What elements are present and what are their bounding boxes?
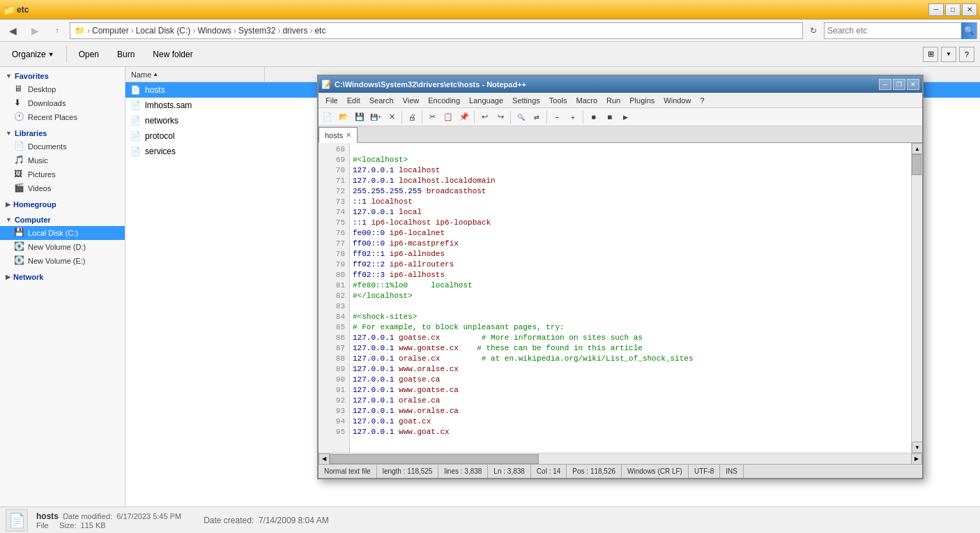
sidebar-item-music[interactable]: 🎵 Music	[0, 153, 125, 167]
search-button[interactable]: 🔍	[961, 22, 977, 39]
npp-save-btn[interactable]: 💾	[352, 110, 367, 125]
scroll-up-button[interactable]: ▲	[912, 143, 922, 154]
back-button[interactable]: ◀	[3, 22, 22, 39]
npp-replace-btn[interactable]: ⇄	[529, 110, 544, 125]
documents-icon: 📄	[14, 141, 25, 152]
network-section: ▶ Network	[0, 271, 125, 283]
menu-run[interactable]: Run	[602, 95, 625, 106]
sidebar-item-recent-places[interactable]: 🕐 Recent Places	[0, 110, 125, 124]
toolbar-separator	[66, 46, 67, 63]
scroll-track[interactable]	[912, 154, 922, 442]
breadcrumb-item-computer[interactable]: 📁	[73, 26, 86, 36]
menu-language[interactable]: Language	[465, 95, 507, 106]
npp-toolbar: 📄 📂 💾 💾+ ✕ 🖨 ✂ 📋 📌 ↩ ↪ 🔍 ⇄ − + ⏺ ⏹ ▶	[319, 108, 922, 126]
npp-redo-btn[interactable]: ↪	[493, 110, 508, 125]
npp-text-area[interactable]: #<localhost>127.0.0.1 localhost127.0.0.1…	[350, 143, 911, 453]
status-bar: 📄 hosts Date modified: 6/17/2023 5:45 PM…	[0, 506, 980, 533]
npp-scrollbar-horizontal[interactable]: ◀ ▶	[319, 453, 922, 464]
scroll-down-button[interactable]: ▼	[912, 442, 922, 453]
scroll-thumb[interactable]	[912, 154, 921, 175]
search-input[interactable]	[827, 26, 961, 36]
sidebar-item-pictures[interactable]: 🖼 Pictures	[0, 167, 125, 181]
npp-tab-hosts[interactable]: hosts ✕	[319, 127, 358, 143]
sidebar-item-local-disk[interactable]: 💾 Local Disk (C:)	[0, 226, 125, 240]
npp-open-btn[interactable]: 📂	[336, 110, 351, 125]
forward-button[interactable]: ▶	[25, 22, 45, 39]
sidebar-item-desktop[interactable]: 🖥 Desktop	[0, 82, 125, 96]
explorer-title: etc	[17, 5, 928, 15]
npp-save-all-btn[interactable]: 💾+	[368, 110, 383, 125]
new-folder-button[interactable]: New folder	[146, 45, 199, 64]
npp-zoom-in-btn[interactable]: +	[565, 110, 581, 125]
npp-cut-btn[interactable]: ✂	[424, 110, 440, 125]
help-button[interactable]: ?	[959, 47, 974, 62]
open-button[interactable]: Open	[72, 45, 105, 64]
menu-search[interactable]: Search	[365, 95, 398, 106]
npp-icon: 📝	[321, 80, 332, 89]
menu-tools[interactable]: Tools	[545, 95, 572, 106]
menu-settings[interactable]: Settings	[508, 95, 544, 106]
sidebar-item-documents[interactable]: 📄 Documents	[0, 140, 125, 153]
npp-titlebar: 📝 C:\Windows\System32\drivers\etc\hosts …	[319, 76, 922, 93]
menu-edit[interactable]: Edit	[343, 95, 365, 106]
sidebar-item-downloads[interactable]: ⬇ Downloads	[0, 96, 125, 110]
breadcrumb-item-etc[interactable]: etc	[313, 26, 327, 36]
breadcrumb-item-windows[interactable]: Windows	[196, 26, 233, 36]
network-header[interactable]: ▶ Network	[0, 271, 125, 283]
col-name[interactable]: Name ▲	[125, 67, 265, 82]
npp-print-btn[interactable]: 🖨	[404, 110, 420, 125]
npp-scrollbar-vertical[interactable]: ▲ ▼	[911, 143, 922, 453]
view-options-button[interactable]: ⊞	[923, 47, 938, 62]
npp-tab-close[interactable]: ✕	[346, 131, 351, 139]
hscroll-thumb[interactable]	[330, 454, 539, 464]
npp-minimize-button[interactable]: ─	[879, 79, 891, 90]
sidebar-item-volume-d[interactable]: 💽 New Volume (D:)	[0, 240, 125, 254]
npp-new-btn[interactable]: 📄	[320, 110, 335, 125]
npp-close-button[interactable]: ✕	[907, 79, 919, 90]
computer-header[interactable]: ▼ Computer	[0, 213, 125, 226]
menu-view[interactable]: View	[399, 95, 424, 106]
npp-status-length: length : 118,525	[377, 465, 439, 478]
up-button[interactable]: ↑	[47, 22, 67, 39]
hscroll-track[interactable]	[330, 453, 911, 465]
menu-file[interactable]: File	[321, 95, 342, 106]
sidebar-label-pictures: Pictures	[28, 170, 56, 179]
npp-close-tab-btn[interactable]: ✕	[384, 110, 399, 125]
scroll-right-button[interactable]: ▶	[911, 453, 922, 465]
libraries-header[interactable]: ▼ Libraries	[0, 127, 125, 140]
view-button[interactable]: ▼	[941, 47, 956, 62]
npp-play-macro-btn[interactable]: ▶	[618, 110, 633, 125]
npp-paste-btn[interactable]: 📌	[457, 110, 472, 125]
favorites-header[interactable]: ▼ Favorites	[0, 70, 125, 82]
breadcrumb-item-system32[interactable]: System32	[237, 26, 277, 36]
maximize-button[interactable]: □	[945, 3, 960, 16]
npp-copy-btn[interactable]: 📋	[441, 110, 456, 125]
menu-plugins[interactable]: Plugins	[625, 95, 659, 106]
organize-button[interactable]: Organize ▼	[6, 45, 61, 64]
close-button[interactable]: ✕	[962, 3, 977, 16]
npp-zoom-out-btn[interactable]: −	[549, 110, 565, 125]
menu-encoding[interactable]: Encoding	[424, 95, 464, 106]
computer-section: ▼ Computer 💾 Local Disk (C:) 💽 New Volum…	[0, 213, 125, 268]
npp-undo-btn[interactable]: ↩	[477, 110, 492, 125]
libraries-section: ▼ Libraries 📄 Documents 🎵 Music 🖼 Pictur…	[0, 127, 125, 195]
sidebar-item-volume-e[interactable]: 💽 New Volume (E:)	[0, 254, 125, 268]
menu-macro[interactable]: Macro	[572, 95, 602, 106]
favorites-section: ▼ Favorites 🖥 Desktop ⬇ Downloads 🕐 Rece…	[0, 70, 125, 124]
breadcrumb-item-localdisk[interactable]: Local Disk (C:)	[135, 26, 192, 36]
menu-help[interactable]: ?	[696, 95, 708, 106]
npp-macro-btn[interactable]: ⏺	[585, 110, 601, 125]
minimize-button[interactable]: ─	[928, 3, 944, 16]
menu-window[interactable]: Window	[659, 95, 695, 106]
breadcrumb-item-drivers[interactable]: drivers	[281, 26, 309, 36]
npp-stop-macro-btn[interactable]: ⏹	[602, 110, 617, 125]
npp-status-pos: Pos : 118,526	[567, 465, 622, 478]
homegroup-header[interactable]: ▶ Homegroup	[0, 198, 125, 211]
sidebar-item-videos[interactable]: 🎬 Videos	[0, 181, 125, 195]
breadcrumb-item-computer-text[interactable]: Computer	[91, 26, 130, 36]
scroll-left-button[interactable]: ◀	[319, 453, 330, 465]
refresh-button[interactable]: ↻	[806, 22, 821, 39]
npp-restore-button[interactable]: ❐	[893, 79, 905, 90]
npp-find-btn[interactable]: 🔍	[513, 110, 528, 125]
burn-button[interactable]: Burn	[111, 45, 141, 64]
